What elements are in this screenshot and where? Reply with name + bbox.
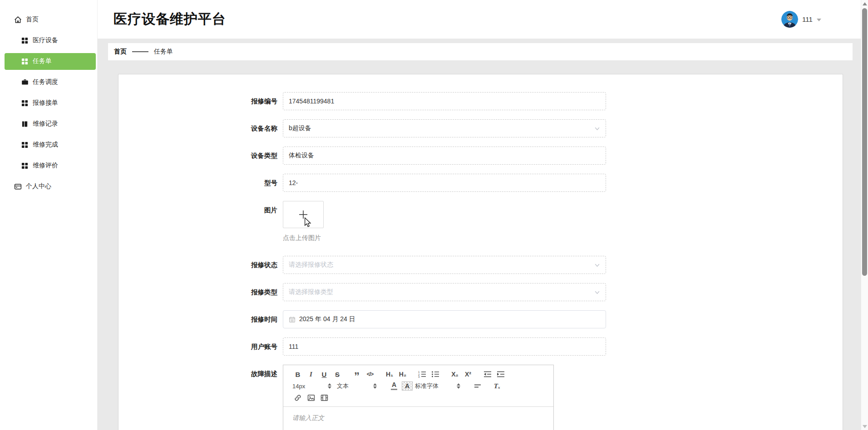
font-family-select[interactable]: 标准字体 [415,382,460,390]
font-color-label: A [392,382,396,388]
sidebar-item-label: 维修评价 [33,161,58,170]
home-icon [14,16,22,24]
repair-type-placeholder: 请选择报修类型 [289,288,333,296]
form-row: 故障描述 B I U S ” </> H₁ H₂ [118,365,843,430]
italic-button[interactable]: I [306,369,316,380]
vertical-scrollbar [861,0,868,430]
field-label-image: 图片 [118,201,277,242]
bold-button[interactable]: B [292,369,303,380]
repair-no-value: 1745481199481 [289,98,334,105]
field-label-device-name: 设备名称 [118,119,277,137]
indent-button[interactable] [495,369,506,380]
form-card: 报修编号 1745481199481 设备名称 b超设备 设备类型 体检设备 [118,74,843,430]
line-height-button[interactable] [472,381,483,391]
heading2-button[interactable]: H₂ [397,369,408,380]
field-label-repair-type: 报修类型 [118,283,277,301]
subscript-button[interactable]: X₂ [449,369,460,380]
strikethrough-button[interactable]: S [332,369,343,380]
svg-text:3: 3 [418,376,420,378]
user-account-input[interactable]: 111 [283,337,606,356]
upload-hint: 点击上传图片 [283,234,324,242]
font-size-value: 14px [292,383,305,390]
briefcase-icon [21,78,29,86]
sidebar-item-repair-records[interactable]: 维修记录 [0,113,97,134]
outdent-button[interactable] [482,369,493,380]
scrollbar-thumb[interactable] [862,8,867,276]
sidebar-item-label: 维修记录 [33,120,58,128]
image-icon[interactable] [306,392,316,403]
chevron-down-icon [594,126,600,132]
field-label-repair-status: 报修状态 [118,256,277,274]
spinner-icon [373,383,377,389]
spinner-icon [457,383,460,389]
font-color-button[interactable]: A [389,381,399,391]
page-title: 医疗设备维护平台 [113,0,226,38]
sidebar-item-task-dispatch[interactable]: 任务调度 [0,72,97,93]
blockquote-button[interactable]: ” [351,369,362,380]
sidebar-item-label: 报修接单 [33,99,58,107]
grid-icon [21,141,29,149]
sidebar-item-repair-complete[interactable]: 维修完成 [0,134,97,155]
image-upload-button[interactable] [283,201,324,228]
repair-status-select[interactable]: 请选择报修状态 [283,256,606,274]
sidebar-item-task-order[interactable]: 任务单 [5,53,96,70]
topbar: 医疗设备维护平台 111 [98,0,861,39]
unordered-list-button[interactable] [430,369,441,380]
sidebar-item-label: 个人中心 [26,182,51,191]
breadcrumb-separator [132,51,148,52]
highlight-color-button[interactable]: A [402,381,413,391]
grid-icon [21,99,29,107]
sidebar-item-label: 首页 [26,15,39,24]
chevron-down-icon [594,262,600,268]
heading1-button[interactable]: H₁ [384,369,395,380]
device-type-input[interactable]: 体检设备 [283,147,606,165]
form-row: 用户账号 111 [118,337,843,356]
editor-content[interactable]: 请输入正文 [283,407,553,430]
text-type-select[interactable]: 文本 [337,382,377,390]
avatar [781,11,798,28]
scroll-up-arrow[interactable] [863,2,867,5]
form-row: 图片 点击上传图片 [118,201,843,242]
link-icon[interactable] [292,392,303,403]
model-input[interactable]: 12- [283,174,606,192]
plus-icon [298,210,308,220]
form-row: 型号 12- [118,174,843,192]
clear-format-button[interactable]: Tₓ [492,381,503,391]
scroll-down-arrow[interactable] [863,425,867,428]
superscript-button[interactable]: X² [463,369,473,380]
form-row: 报修状态 请选择报修状态 [118,256,843,274]
sidebar-item-label: 医疗设备 [33,36,58,44]
book-icon [21,120,29,128]
chevron-down-icon [594,289,600,295]
repair-time-datepicker[interactable]: 2025 年 04 月 24 日 [283,310,606,328]
device-type-value: 体检设备 [289,151,314,160]
font-family-value: 标准字体 [415,382,439,390]
sidebar-item-home[interactable]: 首页 [0,9,97,30]
repair-no-input[interactable]: 1745481199481 [283,92,606,110]
code-button[interactable]: </> [365,369,375,380]
underline-button[interactable]: U [319,369,330,380]
device-name-select[interactable]: b超设备 [283,119,606,137]
ordered-list-button[interactable]: 1 2 3 [417,369,428,380]
form-row: 报修编号 1745481199481 [118,92,843,110]
repair-status-placeholder: 请选择报修状态 [289,261,333,269]
sidebar-item-repair-accept[interactable]: 报修接单 [0,93,97,113]
field-label-fault-desc: 故障描述 [118,365,277,430]
video-icon[interactable] [319,392,330,403]
breadcrumb-current: 任务单 [154,48,173,56]
form-row: 报修类型 请选择报修类型 [118,283,843,301]
field-label-model: 型号 [118,174,277,192]
content-area: 首页 任务单 报修编号 1745481199481 设备名称 b超设备 [98,39,861,430]
grid-icon [21,37,29,44]
chevron-down-icon [817,19,821,21]
user-menu[interactable]: 111 [781,11,821,28]
font-size-select[interactable]: 14px [292,383,331,390]
repair-type-select[interactable]: 请选择报修类型 [283,283,606,301]
breadcrumb-home[interactable]: 首页 [114,48,127,56]
sidebar: 首页 医疗设备 任务单 [0,0,98,430]
form-row: 设备类型 体检设备 [118,147,843,165]
sidebar-item-repair-review[interactable]: 维修评价 [0,155,97,176]
sidebar-item-profile[interactable]: 个人中心 [0,176,97,197]
field-label-user-account: 用户账号 [118,337,277,356]
sidebar-item-medical-devices[interactable]: 医疗设备 [0,30,97,51]
